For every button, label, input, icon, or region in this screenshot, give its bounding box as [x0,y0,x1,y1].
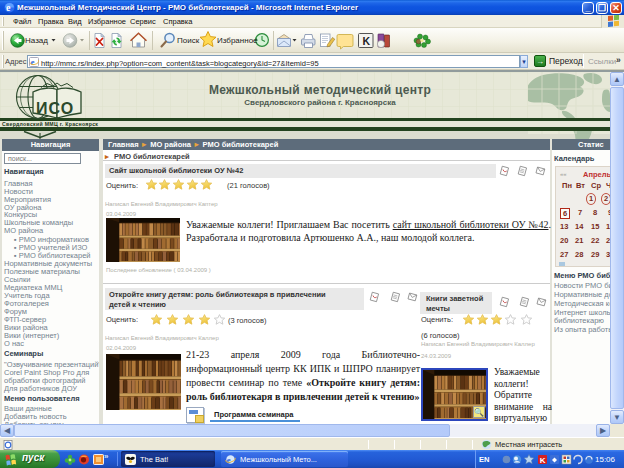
svg-text:e: e [227,455,231,465]
svg-text:K: K [540,456,546,465]
svg-text:K: K [363,35,371,47]
svg-text:e: e [6,2,11,13]
svg-text:e: e [31,57,35,67]
svg-text:ИСО: ИСО [36,100,74,117]
